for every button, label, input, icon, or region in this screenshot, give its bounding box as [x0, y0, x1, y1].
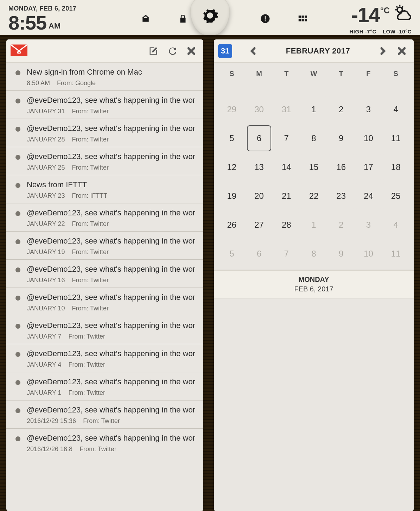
- alert-icon[interactable]: [259, 13, 271, 25]
- time-value: 8:55: [8, 13, 46, 33]
- calendar-day[interactable]: 10: [356, 241, 381, 267]
- mail-item[interactable]: @eveDemo123, see what's happening in the…: [6, 231, 203, 259]
- calendar-day[interactable]: 28: [274, 212, 299, 238]
- calendar-day[interactable]: 16: [329, 154, 354, 180]
- calendar-day[interactable]: 9: [329, 125, 354, 151]
- weekday-label: M: [246, 66, 273, 81]
- calendar-day[interactable]: 17: [356, 154, 381, 180]
- mail-date: JANUARY 22: [27, 220, 65, 228]
- compose-icon[interactable]: [146, 43, 161, 59]
- calendar-day[interactable]: 19: [219, 183, 244, 209]
- calendar-day[interactable]: 7: [274, 241, 299, 267]
- settings-shield[interactable]: [189, 0, 231, 41]
- weekday-label: W: [300, 66, 327, 81]
- mail-item[interactable]: New sign-in from Chrome on Mac8:50 AMFro…: [6, 63, 203, 90]
- unread-dot-icon: [15, 183, 20, 188]
- calendar-day[interactable]: 5: [219, 241, 244, 267]
- mail-from: From: Twitter: [68, 333, 105, 340]
- calendar-day[interactable]: 11: [383, 125, 408, 151]
- calendar-day[interactable]: 11: [383, 241, 408, 267]
- mail-icon[interactable]: G: [11, 44, 27, 58]
- mail-item[interactable]: @eveDemo123, see what's happening in the…: [6, 400, 203, 428]
- mail-from: From: Google: [57, 80, 96, 87]
- calendar-day[interactable]: 30: [247, 96, 272, 122]
- calendar-day[interactable]: 2: [329, 96, 354, 122]
- calendar-day[interactable]: 25: [383, 183, 408, 209]
- lock-icon[interactable]: [177, 13, 189, 25]
- calendar-day[interactable]: 1: [301, 212, 326, 238]
- calendar-day[interactable]: 10: [356, 125, 381, 151]
- weekday-label: S: [218, 66, 246, 81]
- mail-from: From: Twitter: [72, 136, 109, 143]
- calendar-day[interactable]: 20: [247, 183, 272, 209]
- calendar-day[interactable]: 1: [301, 96, 326, 122]
- calendar-day[interactable]: 27: [247, 212, 272, 238]
- calendar-grid[interactable]: SMTWTFS293031123456789101112131415161718…: [214, 63, 414, 270]
- close-icon[interactable]: [394, 43, 409, 59]
- calendar-day-today[interactable]: 6: [247, 125, 272, 151]
- calendar-day[interactable]: 6: [247, 241, 272, 267]
- calendar-day[interactable]: 15: [301, 154, 326, 180]
- calendar-day[interactable]: 2: [329, 212, 354, 238]
- mail-item[interactable]: News from IFTTTJANUARY 23From: IFTTT: [6, 175, 203, 203]
- mail-item[interactable]: @eveDemo123, see what's happening in the…: [6, 288, 203, 316]
- chevron-left-icon[interactable]: [246, 43, 261, 59]
- calendar-day[interactable]: 3: [356, 96, 381, 122]
- calendar-day[interactable]: 4: [383, 96, 408, 122]
- calendar-day[interactable]: 21: [274, 183, 299, 209]
- calendar-day[interactable]: 8: [301, 241, 326, 267]
- calendar-widget: 31 FEBRUARY 2017 SMTWTFS2930311234567891…: [214, 39, 414, 511]
- mail-item[interactable]: @eveDemo123, see what's happening in the…: [6, 259, 203, 288]
- apps-icon[interactable]: [297, 13, 308, 25]
- mail-item[interactable]: @eveDemo123, see what's happening in the…: [6, 147, 203, 175]
- unread-dot-icon: [15, 352, 20, 357]
- calendar-day[interactable]: 18: [383, 154, 408, 180]
- chevron-right-icon[interactable]: [375, 43, 390, 59]
- gear-icon[interactable]: [190, 0, 230, 35]
- mail-subject: @eveDemo123, see what's happening in the…: [27, 265, 198, 274]
- mail-date: JANUARY 10: [27, 305, 65, 312]
- date-label: MONDAY, FEB 6, 2017: [8, 5, 76, 12]
- mail-item[interactable]: @eveDemo123, see what's happening in the…: [6, 344, 203, 372]
- mail-item[interactable]: @eveDemo123, see what's happening in the…: [6, 90, 203, 119]
- mail-subject: @eveDemo123, see what's happening in the…: [27, 236, 198, 246]
- calendar-day[interactable]: 22: [301, 183, 326, 209]
- mail-item[interactable]: @eveDemo123, see what's happening in the…: [6, 203, 203, 231]
- calendar-day[interactable]: 29: [219, 96, 244, 122]
- mail-item[interactable]: @eveDemo123, see what's happening in the…: [6, 372, 203, 400]
- mail-header: G: [6, 39, 203, 63]
- mail-date: JANUARY 4: [27, 361, 61, 368]
- mail-date: JANUARY 28: [27, 136, 65, 143]
- close-icon[interactable]: [184, 43, 199, 59]
- calendar-title: FEBRUARY 2017: [286, 46, 350, 56]
- calendar-day[interactable]: 8: [301, 125, 326, 151]
- calendar-day[interactable]: 23: [329, 183, 354, 209]
- refresh-icon[interactable]: [165, 43, 180, 59]
- svg-line-12: [396, 6, 397, 7]
- calendar-day[interactable]: 13: [247, 154, 272, 180]
- calendar-day[interactable]: 3: [356, 212, 381, 238]
- calendar-day[interactable]: 9: [329, 241, 354, 267]
- calendar-day[interactable]: 26: [219, 212, 244, 238]
- mail-item[interactable]: @eveDemo123, see what's happening in the…: [6, 428, 203, 456]
- calendar-day[interactable]: 14: [274, 154, 299, 180]
- mail-list[interactable]: New sign-in from Chrome on Mac8:50 AMFro…: [6, 63, 203, 511]
- unread-dot-icon: [15, 380, 20, 385]
- svg-rect-8: [305, 19, 307, 21]
- calendar-selected-date: MONDAY FEB 6, 2017: [214, 270, 414, 298]
- mail-subject: News from IFTTT: [27, 180, 198, 189]
- mail-item[interactable]: @eveDemo123, see what's happening in the…: [6, 316, 203, 344]
- calendar-day[interactable]: 5: [219, 125, 244, 151]
- calendar-icon[interactable]: 31: [218, 44, 232, 58]
- calendar-day[interactable]: 7: [274, 125, 299, 151]
- mail-date: 8:50 AM: [27, 80, 50, 87]
- weather[interactable]: -14 °C HIGH -7°C LOW -10°C: [349, 3, 412, 34]
- mail-item[interactable]: @eveDemo123, see what's happening in the…: [6, 119, 203, 147]
- calendar-day[interactable]: 4: [383, 212, 408, 238]
- calendar-day[interactable]: 31: [274, 96, 299, 122]
- calendar-events-empty: [214, 298, 414, 511]
- calendar-day[interactable]: 24: [356, 183, 381, 209]
- unread-dot-icon: [15, 436, 20, 441]
- calendar-day[interactable]: 12: [219, 154, 244, 180]
- home-icon[interactable]: [140, 13, 152, 25]
